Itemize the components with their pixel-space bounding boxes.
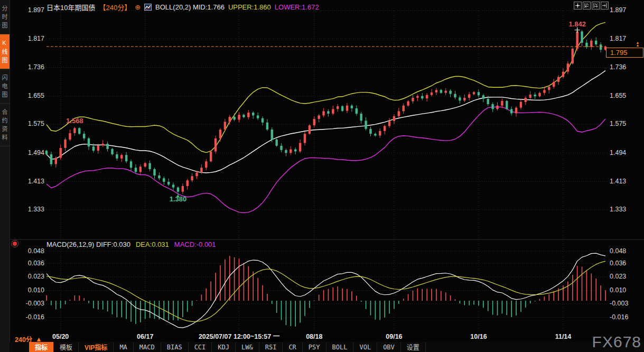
period-label[interactable]: 【240分】 <box>99 2 131 12</box>
axis-tick-label: 1.655 <box>610 92 626 99</box>
toolbar-item-settings[interactable]: 设置 <box>401 342 426 352</box>
sidebar: 分时图 K线图 闪电图 合约资料 <box>0 0 10 352</box>
toolbar-item-macd[interactable]: MACD <box>134 342 161 352</box>
axis-tick-label: 1.333 <box>610 206 626 213</box>
current-price-tag: 1.795 <box>606 48 643 58</box>
toolbar-item-vip-indicator[interactable]: VIP指标 <box>79 342 114 352</box>
sidebar-tab-kline-chart[interactable]: K线图 <box>0 34 10 69</box>
fx678-watermark: FX678 <box>592 333 641 351</box>
x-axis-label: 11/14 <box>555 333 572 340</box>
axis-tick-label: 0.023 <box>28 273 44 280</box>
toolbar-item-vol[interactable]: VOL <box>353 342 377 352</box>
axis-tick-label: 0.023 <box>610 273 626 280</box>
candles-layer <box>45 30 606 194</box>
toolbar-item-lwr[interactable]: LW& <box>236 342 259 352</box>
sidebar-tab-contract-info[interactable]: 合约资料 <box>0 104 10 146</box>
chart-info-bar: 日本10年期国债 【240分】 ⊕ BOLL(20,2) MID:1.766 U… <box>46 2 319 12</box>
chart-logo-icon <box>144 4 152 11</box>
boll-lower-value: LOWER:1.672 <box>275 3 319 11</box>
axis-tick-label: 1.494 <box>610 149 626 156</box>
macd-diff-value: MACD(26,12,9) DIFF:0.030 <box>46 240 130 248</box>
price-annotation: 1.842 <box>568 20 586 28</box>
price-up-arrows-icon: ▲▲ <box>634 41 641 48</box>
toolbar-item-cr[interactable]: CR <box>283 342 302 352</box>
axis-tick-label: -0.003 <box>610 300 628 307</box>
indicator-toolbar: 指标 模板 VIP指标 MA MACD BIAS CCI <box>10 342 644 352</box>
boll-mid-value: BOLL(20,2) MID:1.766 <box>155 3 225 11</box>
axis-tick-label: 0.048 <box>610 247 626 255</box>
macd-value: MACD:-0.001 <box>174 240 216 248</box>
axis-tick-label: 1.897 <box>610 6 626 14</box>
crosshair-icon[interactable] <box>574 2 582 10</box>
axis-tick-label: 1.333 <box>28 206 44 213</box>
symbol-title: 日本10年期国债 <box>46 2 95 12</box>
axis-tick-label: 1.575 <box>28 120 44 127</box>
grid-layer <box>10 6 644 332</box>
kline-chart-app: 分时图 K线图 闪电图 合约资料 1.8971.8971.8171.8171.7… <box>0 0 644 352</box>
toolbar-item-bias[interactable]: BIAS <box>161 342 189 352</box>
axis-tick-label: 1.494 <box>28 149 44 156</box>
boll-upper-value: UPPER:1.860 <box>228 3 271 11</box>
bollinger-bands-layer <box>46 22 605 212</box>
sidebar-tab-time-chart[interactable]: 分时图 <box>0 0 10 34</box>
toolbar-item-psy[interactable]: PSY <box>303 342 326 352</box>
pan-right-icon[interactable] <box>601 2 609 10</box>
axis-tick-label: 1.817 <box>610 35 626 42</box>
axis-tick-label: 1.897 <box>28 6 44 14</box>
x-axis-label: 06/17 <box>137 333 153 340</box>
toolbar-item-rsi[interactable]: RSI <box>259 342 283 352</box>
chart-canvas[interactable]: 1.8971.8971.8171.8171.7361.7361.6551.655… <box>0 0 644 352</box>
price-annotation: 1.568 <box>66 117 83 125</box>
toolbar-item-ma[interactable]: MA <box>114 342 133 352</box>
axis-tick-label: 1.413 <box>610 178 626 185</box>
axis-tick-label: 1.655 <box>28 92 44 99</box>
axis-tick-label: 0.048 <box>28 247 44 255</box>
axis-labels-layer: 1.8971.8971.8171.8171.7361.7361.6551.655… <box>26 6 629 342</box>
axis-tick-label: 1.413 <box>28 178 44 185</box>
axis-tick-label: 0.036 <box>28 260 44 267</box>
live-indicator-icon <box>13 242 17 246</box>
axis-tick-label: 1.575 <box>610 120 626 127</box>
x-axis-label: 08/18 <box>306 333 322 340</box>
x-axis-label: 05/20 <box>52 333 69 340</box>
axis-tick-label: -0.016 <box>26 313 44 321</box>
scale-right-icon[interactable] <box>592 2 600 10</box>
x-axis-label: 10/16 <box>470 333 487 340</box>
current-price-value: 1.795 <box>610 49 628 57</box>
axis-tick-label: 1.817 <box>28 35 44 42</box>
toolbar-item-indicator[interactable]: 指标 <box>29 342 54 352</box>
macd-layer <box>46 253 606 328</box>
crosshair-toggle-icon[interactable]: ⊕ <box>135 3 141 11</box>
price-annotation: 1.380 <box>170 195 187 203</box>
axis-tick-label: -0.003 <box>26 300 44 307</box>
x-axis-label: 09/16 <box>386 333 402 340</box>
axis-tick-label: 1.736 <box>28 63 44 71</box>
sidebar-tab-flash-chart[interactable]: 闪电图 <box>0 69 10 104</box>
x-axis-label: 2025/07/07 12:00~15:57 一 <box>199 333 280 340</box>
annotations-layer: 1.5681.3801.842 <box>46 20 605 203</box>
toolbar-item-boll[interactable]: BOLL <box>326 342 354 352</box>
scale-left-icon[interactable] <box>583 2 591 10</box>
chart-tool-buttons <box>574 2 609 10</box>
toolbar-item-cci[interactable]: CCI <box>189 342 212 352</box>
axis-tick-label: 1.736 <box>610 63 626 71</box>
macd-dea-value: DEA:0.031 <box>136 240 169 248</box>
axis-tick-label: 0.010 <box>28 286 44 294</box>
toolbar-item-kdj[interactable]: KDJ <box>212 342 236 352</box>
macd-info-bar: MACD(26,12,9) DIFF:0.030 DEA:0.031 MACD:… <box>46 240 216 248</box>
toolbar-item-obv[interactable]: OBV <box>377 342 401 352</box>
axis-tick-label: -0.016 <box>610 313 628 321</box>
axis-tick-label: 0.010 <box>610 286 626 294</box>
axis-tick-label: 0.036 <box>610 260 626 267</box>
toolbar-item-template[interactable]: 模板 <box>54 342 79 352</box>
